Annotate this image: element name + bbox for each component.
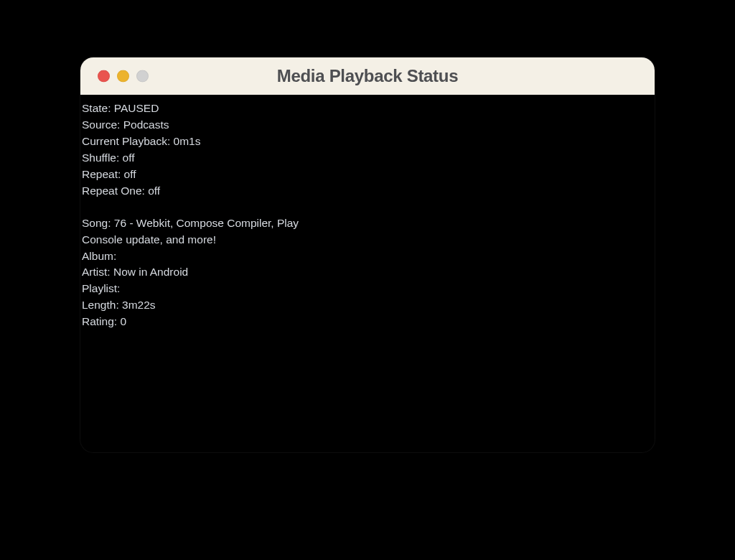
repeat-row: Repeat: off [82,167,653,183]
content-area: State: PAUSED Source: Podcasts Current P… [80,95,655,330]
song-label: Song: [82,217,111,229]
minimize-icon[interactable] [117,70,129,83]
titlebar: Media Playback Status [80,57,655,95]
length-value: 3m22s [122,299,156,311]
shuffle-row: Shuffle: off [82,150,653,167]
state-value: PAUSED [114,102,159,114]
divider-gap [82,200,653,215]
shuffle-value: off [123,151,135,164]
artist-value: Now in Android [113,266,188,278]
state-row: State: PAUSED [82,101,653,117]
source-row: Source: Podcasts [82,117,653,134]
rating-row: Rating: 0 [82,314,653,330]
window-controls [98,70,149,83]
rating-value: 0 [120,315,126,327]
playlist-label: Playlist: [82,282,120,294]
repeat-one-row: Repeat One: off [82,183,653,200]
window-title: Media Playback Status [277,66,458,86]
artist-row: Artist: Now in Android [82,264,653,281]
shuffle-label: Shuffle: [82,151,119,164]
source-label: Source: [82,118,120,131]
album-label: Album: [82,250,116,262]
song-row: Song: 76 - Webkit, Compose Compiler, Pla… [82,215,340,248]
maximize-icon[interactable] [136,70,149,83]
repeat-label: Repeat: [82,168,121,180]
artist-label: Artist: [82,266,111,278]
repeat-value: off [124,168,136,180]
album-row: Album: [82,248,653,265]
state-label: State: [82,102,111,114]
repeat-one-value: off [148,185,160,197]
song-value: 76 - Webkit, Compose Compiler, Play Cons… [82,217,299,246]
current-playback-row: Current Playback: 0m1s [82,134,653,150]
length-row: Length: 3m22s [82,297,653,314]
rating-label: Rating: [82,315,117,327]
source-value: Podcasts [123,118,169,131]
close-icon[interactable] [98,70,110,83]
playlist-row: Playlist: [82,281,653,297]
media-status-window: Media Playback Status State: PAUSED Sour… [80,57,655,452]
current-playback-label: Current Playback: [82,135,170,147]
repeat-one-label: Repeat One: [82,185,145,197]
length-label: Length: [82,299,119,311]
current-playback-value: 0m1s [174,135,201,147]
